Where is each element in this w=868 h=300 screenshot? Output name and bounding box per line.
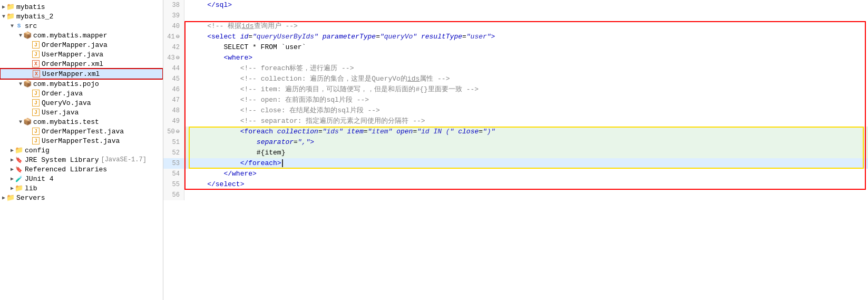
tree-item-servers[interactable]: ▶ 📁 Servers: [0, 193, 163, 202]
item-label: OrderMapper.xml: [42, 60, 103, 68]
jre-version: [JavaSE-1.7]: [101, 156, 146, 163]
arrow-icon: ▶: [11, 185, 14, 191]
arrow-icon: ▶: [2, 4, 5, 10]
line-content: <foreach collection="ids" item="item" op…: [184, 127, 868, 137]
tree-item-usermapper-java[interactable]: ▶ J UserMapper.java: [0, 50, 163, 59]
line-content: <where>: [184, 53, 868, 63]
line-content: </sql>: [184, 0, 868, 11]
arrow-icon: ▶: [11, 176, 14, 182]
arrow-icon: ▼: [11, 23, 14, 29]
java-icon: J: [32, 108, 40, 117]
line-number: 48: [163, 105, 184, 116]
code-line-47: 47 <!-- open: 在前面添加的sql片段 -->: [163, 95, 868, 105]
tree-item-usermapper-xml[interactable]: ▶ X UserMapper.xml: [0, 69, 163, 79]
line-number: 43: [163, 53, 184, 63]
line-number: 44: [163, 63, 184, 74]
java-icon: J: [32, 137, 40, 145]
line-content: <!-- item: 遍历的项目，可以随便写，，但是和后面的#{}里面要一致 -…: [184, 84, 868, 95]
tree-item-junit4[interactable]: ▶ 🧪 JUnit 4: [0, 174, 163, 183]
tree-item-mybatis[interactable]: ▶ 📁 mybatis: [0, 2, 163, 12]
line-number: 55: [163, 179, 184, 190]
arrow-icon: ▶: [2, 195, 5, 201]
arrow-icon: ▶: [11, 166, 14, 172]
code-line-46: 46 <!-- item: 遍历的项目，可以随便写，，但是和后面的#{}里面要一…: [163, 84, 868, 95]
tree-item-usermappertest-java[interactable]: ▶ J UserMapperTest.java: [0, 136, 163, 146]
tree-item-reflibs[interactable]: ▶ 🔖 Referenced Libraries: [0, 164, 163, 174]
folder-icon: 📁: [15, 184, 23, 192]
code-line-41: 41 <select id="queryUserByIds" parameter…: [163, 32, 868, 42]
project-icon: 📁: [6, 12, 15, 21]
src-icon: S: [15, 22, 23, 30]
line-number: 49: [163, 116, 184, 127]
item-label: Order.java: [42, 90, 83, 98]
line-number: 38: [163, 0, 184, 11]
tree-item-mapper-pkg[interactable]: ▼ 📦 com.mybatis.mapper: [0, 31, 163, 40]
code-line-51: 51 separator=",">: [163, 137, 868, 148]
line-number: 56: [163, 190, 184, 200]
item-label: mybatis_2: [16, 13, 53, 21]
code-line-48: 48 <!-- close: 在结尾处添加的sql片段 -->: [163, 105, 868, 116]
code-line-42: 42 SELECT * FROM `user`: [163, 42, 868, 53]
item-label: Servers: [16, 194, 45, 202]
code-line-53: 53 </foreach>: [163, 158, 868, 169]
line-content: SELECT * FROM `user`: [184, 42, 868, 53]
code-editor[interactable]: 38 </sql> 39 40 <!-- 根据ids查询用户 --> 41 <s…: [163, 0, 868, 300]
tree-item-ordermapper-xml[interactable]: ▶ X OrderMapper.xml: [0, 59, 163, 69]
line-content: [184, 11, 868, 21]
item-label: UserMapper.java: [42, 51, 103, 59]
tree-item-lib[interactable]: ▶ 📁 lib: [0, 183, 163, 193]
tree-item-order-java[interactable]: ▶ J Order.java: [0, 89, 163, 98]
item-label: JRE System Library: [25, 156, 99, 164]
line-content: <!-- close: 在结尾处添加的sql片段 -->: [184, 105, 868, 116]
line-content: <!-- collection: 遍历的集合，这里是QueryVo的ids属性 …: [184, 74, 868, 84]
line-number: 39: [163, 11, 184, 21]
item-label: JUnit 4: [25, 175, 54, 183]
arrow-icon: ▼: [19, 33, 22, 38]
java-icon: J: [32, 99, 40, 107]
line-number: 40: [163, 21, 184, 32]
code-line-45: 45 <!-- collection: 遍历的集合，这里是QueryVo的ids…: [163, 74, 868, 84]
project-icon: 📁: [6, 3, 15, 11]
arrow-icon: ▼: [19, 81, 22, 87]
arrow-icon: ▼: [19, 119, 22, 125]
folder-icon: 📁: [6, 193, 15, 202]
junit-icon: 🧪: [15, 175, 23, 183]
java-icon: J: [32, 41, 40, 49]
item-label: User.java: [42, 109, 79, 117]
java-icon: J: [32, 127, 40, 136]
code-line-52: 52 #{item}: [163, 148, 868, 158]
line-number: 52: [163, 148, 184, 158]
line-content: <!-- open: 在前面添加的sql片段 -->: [184, 95, 868, 105]
line-content: <!-- foreach标签，进行遍历 -->: [184, 63, 868, 74]
item-label: mybatis: [16, 3, 45, 11]
line-number: 51: [163, 137, 184, 148]
tree-item-mybatis2[interactable]: ▼ 📁 mybatis_2: [0, 12, 163, 21]
line-content: [184, 190, 868, 200]
java-icon: J: [32, 89, 40, 98]
line-number: 53: [163, 158, 184, 169]
line-content: <select id="queryUserByIds" parameterTyp…: [184, 32, 868, 42]
tree-item-ordermappertest-java[interactable]: ▶ J OrderMapperTest.java: [0, 127, 163, 136]
tree-item-ordermapper-java[interactable]: ▶ J OrderMapper.java: [0, 40, 163, 50]
folder-icon: 📁: [15, 146, 23, 154]
item-label: Referenced Libraries: [25, 166, 107, 173]
line-content: #{item}: [184, 148, 868, 158]
tree-item-jre[interactable]: ▶ 🔖 JRE System Library [JavaSE-1.7]: [0, 155, 163, 164]
package-icon: 📦: [23, 31, 32, 40]
tree-item-config[interactable]: ▶ 📁 config: [0, 146, 163, 155]
code-line-55: 55 </select>: [163, 179, 868, 190]
line-content: </select>: [184, 179, 868, 190]
arrow-icon: ▼: [2, 14, 5, 20]
item-label: UserMapperTest.java: [42, 137, 120, 145]
arrow-icon: ▶: [11, 147, 14, 153]
item-label: lib: [25, 185, 37, 192]
tree-item-pojo-pkg[interactable]: ▼ 📦 com.mybatis.pojo: [0, 79, 163, 89]
tree-item-test-pkg[interactable]: ▼ 📦 com.mybatis.test: [0, 117, 163, 127]
tree-item-queryvo-java[interactable]: ▶ J QueryVo.java: [0, 98, 163, 108]
item-label: com.mybatis.test: [33, 118, 99, 126]
tree-item-user-java[interactable]: ▶ J User.java: [0, 108, 163, 117]
line-number: 47: [163, 95, 184, 105]
tree-item-src[interactable]: ▼ S src: [0, 21, 163, 31]
item-label: src: [25, 22, 37, 30]
project-explorer[interactable]: ▶ 📁 mybatis ▼ 📁 mybatis_2 ▼ S src ▼ 📦 co…: [0, 0, 163, 300]
